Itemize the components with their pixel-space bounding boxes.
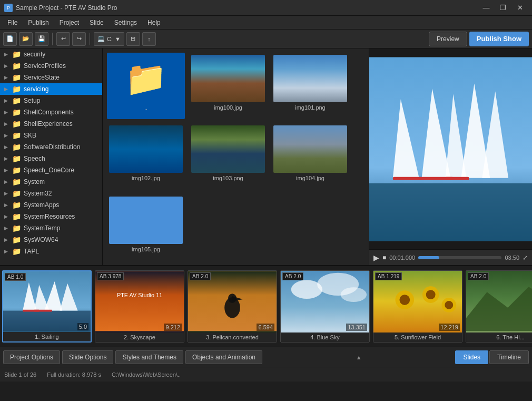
slide-item-3[interactable]: AB 2.0 6.594 3. Pelican.converted — [188, 270, 277, 343]
time-current: 00:01.000 — [389, 255, 415, 261]
file-item-img101[interactable]: img101.png — [271, 53, 349, 119]
file-grid-area: 📁 .. img100.jpg img101.png img102.jpg im… — [103, 48, 369, 265]
styles-themes-button[interactable]: Styles and Themes — [115, 350, 183, 364]
file-item-img102[interactable]: img102.jpg — [107, 123, 185, 190]
slide-item-2[interactable]: PTE AV Studio 11 AB 3.978 9.212 2. Skysc… — [95, 270, 184, 343]
statusbar: Slide 1 of 26 Full duration: 8.978 s C:\… — [0, 367, 532, 382]
svg-point-32 — [426, 290, 436, 299]
file-thumbnail — [191, 125, 265, 173]
folder-system32[interactable]: ▶ 📁 System32 — [0, 188, 102, 199]
slide-name: 4. Blue Sky — [281, 332, 369, 342]
folder-arrow: ▶ — [4, 86, 9, 92]
folder-arrow: ▶ — [4, 98, 9, 103]
progress-bar[interactable] — [418, 256, 501, 259]
folder-speech-onecore[interactable]: ▶ 📁 Speech_OneCore — [0, 164, 102, 176]
window-controls[interactable]: — ❐ ✕ — [478, 2, 528, 14]
slide-ab: AB — [470, 273, 477, 279]
file-item-img100[interactable]: img100.jpg — [189, 53, 267, 119]
slide-thumbnail: PTE AV Studio 11 AB 3.978 9.212 — [95, 271, 184, 332]
folder-setup[interactable]: ▶ 📁 Setup — [0, 95, 102, 106]
path-info: C:\Windows\Web\Screen\.. — [112, 371, 181, 378]
menu-slide[interactable]: Slide — [84, 17, 109, 28]
folder-systemresources[interactable]: ▶ 📁 SystemResources — [0, 211, 102, 222]
bottom-toolbar: Project Options Slide Options Styles and… — [0, 347, 532, 367]
play-button[interactable]: ▶ — [373, 253, 379, 262]
folder-label: Speech — [24, 155, 45, 162]
menu-file[interactable]: File — [2, 17, 23, 28]
menu-project[interactable]: Project — [54, 17, 84, 28]
slide-item-6[interactable]: AB 2.0 6. The Hi... — [466, 270, 532, 343]
folder-security[interactable]: ▶ 📁 security — [0, 48, 102, 60]
folder-label: SystemTemp — [24, 224, 60, 232]
slide-badge-num: 3.978 — [108, 273, 121, 279]
redo-button[interactable]: ↪ — [72, 32, 86, 46]
folder-tapl[interactable]: ▶ 📁 TAPL — [0, 246, 102, 257]
menubar: File Publish Project Slide Settings Help — [0, 16, 532, 30]
folder-shellcomponents[interactable]: ▶ 📁 ShellComponents — [0, 106, 102, 118]
objects-animation-button[interactable]: Objects and Animation — [185, 350, 262, 364]
slide-item-5[interactable]: AB 1.219 12.219 5. Sunflower Field — [373, 270, 462, 343]
folder-label: servicing — [24, 85, 48, 93]
file-item-img104[interactable]: img104.jpg — [271, 123, 349, 190]
slide-name: 1. Sailing — [3, 332, 91, 341]
tab-slides[interactable]: Slides — [455, 350, 488, 364]
up-button[interactable]: ↑ — [142, 32, 156, 46]
maximize-button[interactable]: ❐ — [495, 2, 511, 14]
slide-item-4[interactable]: AB 2.0 13.351 4. Blue Sky — [280, 270, 370, 343]
publish-show-button[interactable]: Publish Show — [469, 32, 529, 46]
toolbar: 📄 📂 💾 ↩ ↪ 💻 C: ▼ ⊞ ↑ Preview Publish Sho… — [0, 30, 532, 48]
folder-servicing[interactable]: ▶ 📁 servicing — [0, 83, 102, 95]
view-button[interactable]: ⊞ — [126, 32, 140, 46]
file-grid: 📁 .. img100.jpg img101.png img102.jpg im… — [103, 48, 369, 265]
folder-serviceprofiles[interactable]: ▶ 📁 ServiceProfiles — [0, 60, 102, 72]
close-button[interactable]: ✕ — [512, 2, 528, 14]
slide-info: Slide 1 of 26 — [4, 371, 36, 378]
open-button[interactable]: 📂 — [19, 32, 33, 46]
menu-publish[interactable]: Publish — [23, 17, 54, 28]
app-icon: P — [4, 4, 13, 12]
file-thumbnail — [109, 125, 183, 173]
slide-badge-num: 2.0 — [201, 273, 208, 279]
slide-options-button[interactable]: Slide Options — [62, 350, 113, 364]
folder-icon: 📁 — [12, 166, 21, 174]
folder-shellexperiences[interactable]: ▶ 📁 ShellExperiences — [0, 118, 102, 130]
folder-syswow64[interactable]: ▶ 📁 SysWOW64 — [0, 234, 102, 246]
file-item-up[interactable]: 📁 .. — [107, 53, 185, 119]
folder-icon: 📁 — [12, 178, 21, 186]
expand-icon[interactable]: ⤢ — [523, 254, 528, 261]
preview-button[interactable]: Preview — [429, 32, 467, 46]
folder-systemtemp[interactable]: ▶ 📁 SystemTemp — [0, 222, 102, 234]
folder-label: SoftwareDistribution — [24, 143, 80, 151]
save-button[interactable]: 💾 — [35, 32, 48, 46]
drive-selector[interactable]: 💻 C: ▼ — [94, 32, 124, 46]
folder-speech[interactable]: ▶ 📁 Speech — [0, 153, 102, 164]
undo-button[interactable]: ↩ — [56, 32, 70, 46]
collapse-arrow[interactable]: ▲ — [356, 354, 362, 360]
window-title: Sample Project - PTE AV Studio Pro — [16, 4, 117, 12]
folder-arrow: ▶ — [4, 202, 9, 208]
stop-button[interactable]: ■ — [382, 254, 386, 261]
file-item-img105[interactable]: img105.jpg — [107, 194, 185, 261]
tab-timeline[interactable]: Timeline — [489, 350, 529, 364]
file-thumbnail — [273, 55, 347, 102]
folder-up-icon: 📁 — [109, 55, 183, 102]
menu-help[interactable]: Help — [142, 17, 166, 28]
new-button[interactable]: 📄 — [3, 32, 17, 46]
folder-arrow: ▶ — [4, 226, 9, 231]
duration-info: Full duration: 8.978 s — [47, 371, 101, 378]
folder-servicestate[interactable]: ▶ 📁 ServiceState — [0, 72, 102, 83]
menu-settings[interactable]: Settings — [109, 17, 142, 28]
folder-softwaredistribution[interactable]: ▶ 📁 SoftwareDistribution — [0, 141, 102, 153]
titlebar-left: P Sample Project - PTE AV Studio Pro — [4, 4, 117, 12]
file-item-img103[interactable]: img103.png — [189, 123, 267, 190]
slide-badge-num: 1.219 — [386, 273, 399, 279]
folder-skb[interactable]: ▶ 📁 SKB — [0, 130, 102, 141]
slide-name: 2. Skyscape — [95, 332, 184, 342]
slide-item-1[interactable]: AB 1.0 5.0 1. Sailing — [2, 270, 92, 343]
titlebar: P Sample Project - PTE AV Studio Pro — ❐… — [0, 0, 532, 16]
toolbar-sep-1 — [52, 33, 53, 45]
folder-systemapps[interactable]: ▶ 📁 SystemApps — [0, 199, 102, 211]
folder-system[interactable]: ▶ 📁 System — [0, 176, 102, 188]
minimize-button[interactable]: — — [478, 2, 494, 14]
project-options-button[interactable]: Project Options — [3, 350, 60, 364]
